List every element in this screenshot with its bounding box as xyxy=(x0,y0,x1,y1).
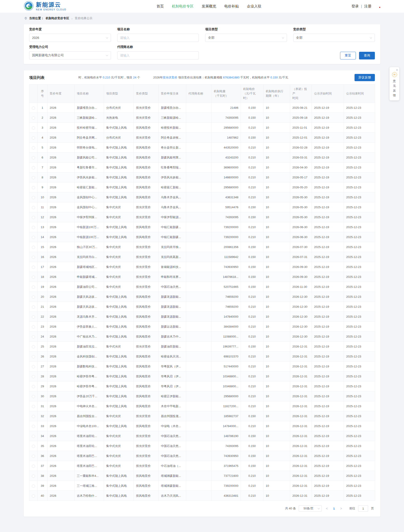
table-row[interactable]: 12026新疆维吾尔自...分布式光伏按光伏竞价新疆维吾尔自...214860.… xyxy=(29,103,375,113)
row-radio[interactable] xyxy=(32,196,35,199)
table-row[interactable]: 92026哈密嘉汇新能...集中式陆上风电按风电竞价哈密嘉汇新能...29568… xyxy=(29,182,375,192)
agent-name-input[interactable] xyxy=(117,51,199,59)
row-radio[interactable] xyxy=(32,395,35,398)
row-radio[interactable] xyxy=(32,176,35,179)
row-radio[interactable] xyxy=(32,146,35,149)
row-radio[interactable] xyxy=(32,335,35,339)
prev-page-button[interactable]: < xyxy=(325,507,329,510)
table-row[interactable]: 362026塔里木油田巴...集中式光伏按光伏竞价中国石油天然...743930… xyxy=(29,451,375,461)
project-name-input[interactable] xyxy=(117,34,199,42)
table-row[interactable]: 62026新疆风能公司...集中式陆上风电按风电竞价新疆风能有限...43243… xyxy=(29,153,375,163)
table-row[interactable]: 52026恒联奇台煤电...集中式陆上风电按风电竞价奇台县恒众新...44352… xyxy=(29,143,375,153)
table-row[interactable]: 312026中电神火木垒...集中式陆上风电按风电竞价木垒中平电新...1182… xyxy=(29,401,375,411)
row-radio[interactable] xyxy=(32,116,35,120)
row-radio[interactable] xyxy=(32,435,35,438)
row-radio[interactable] xyxy=(32,405,35,408)
table-row[interactable]: 202026新疆天风达坂...集中式陆上风电按风电竞价新疆龙源新能...7465… xyxy=(29,292,375,302)
nav-item-enterprise-entry[interactable]: 企业入驻 xyxy=(247,4,261,9)
next-page-button[interactable]: > xyxy=(339,507,343,510)
row-radio[interactable] xyxy=(32,216,35,219)
table-row[interactable]: 232026伊吾县联泰人...集中式陆上风电按风电竞价新疆运达新能...3843… xyxy=(29,322,375,332)
row-radio[interactable] xyxy=(32,485,35,488)
bidding-type-select[interactable]: 全部 xyxy=(293,34,375,42)
announcement-link[interactable]: 0.210 xyxy=(103,76,110,79)
feedback-widget[interactable]: x ✉ 意见反馈 xyxy=(390,67,399,100)
table-row[interactable]: 182026申能新疆塔城...集中式光伏按光伏竞价申能和布克赛...148786… xyxy=(29,272,375,282)
row-radio[interactable] xyxy=(32,355,35,358)
table-row[interactable]: 222026龙源乌鲁木齐...集中式陆上风电按风电竞价新疆龙源新能...1478… xyxy=(29,312,375,322)
row-radio[interactable] xyxy=(32,425,35,428)
table-row[interactable]: 132026中核新源100万...集中式陆上风电按风电竞价中核汇能新疆...73… xyxy=(29,222,375,232)
table-row[interactable]: 162026克拉玛依市白...集中式光伏按光伏竞价克拉玛依高新...111589… xyxy=(29,252,375,262)
row-radio[interactable] xyxy=(32,455,35,458)
reset-button[interactable]: 重置 xyxy=(340,52,356,59)
table-row[interactable]: 292026哈密伊吾华粤...集中式陆上风电按风电竞价华粤风启（伊...1034… xyxy=(29,381,375,391)
table-row[interactable]: 42026阿合奇县并网...分布式光伏按光伏竞价阿合奇县农牧...1487862… xyxy=(29,133,375,143)
table-row[interactable]: 172026新疆塔城地区...集中式光伏按光伏竞价首储能源科技...743930… xyxy=(29,262,375,272)
table-row[interactable]: 32026投科哈密市烟...集中式陆上风电按风电竞价哈密投科新能...29568… xyxy=(29,123,375,133)
nav-item-home[interactable]: 首页 xyxy=(157,4,164,9)
table-row[interactable]: 82026伊吾风光多能...集中式陆上风电按风电竞价伊吾风光多能...14660… xyxy=(29,173,375,182)
row-radio[interactable] xyxy=(32,156,35,159)
announcement-link[interactable]: 24 xyxy=(133,76,136,79)
row-radio[interactable] xyxy=(32,236,35,239)
row-radio[interactable] xyxy=(32,226,35,229)
register-link[interactable]: 注册 xyxy=(364,4,372,9)
table-row[interactable]: 112026金风国创中心...集中式光伏按光伏竞价乌鲁木齐金风...595144… xyxy=(29,202,375,212)
table-row[interactable]: 102026金风国创中心...集中式陆上风电按风电竞价乌鲁木齐金风...4363… xyxy=(29,192,375,202)
goto-page-input[interactable] xyxy=(358,505,368,512)
row-radio[interactable] xyxy=(32,126,35,129)
table-row[interactable]: 392026三一塔城江格...集中式陆上风电按风电竞价塔城湘蒙新能...7392… xyxy=(29,481,375,491)
table-row[interactable]: 242026中广核吉木乃...集中式陆上风电按风电竞价新疆吉木乃中...1108… xyxy=(29,332,375,342)
nav-item-development-overview[interactable]: 发展概览 xyxy=(202,4,216,9)
row-radio[interactable] xyxy=(32,315,35,319)
nav-item-mechanism-price-zone[interactable]: 机制电价专区 xyxy=(172,4,194,9)
bidding-year-select[interactable]: 2026 xyxy=(29,34,111,42)
page-size-select[interactable]: 50条/页 xyxy=(299,505,322,512)
row-radio[interactable] xyxy=(32,286,35,289)
row-radio[interactable] xyxy=(32,305,35,309)
row-radio[interactable] xyxy=(32,186,35,189)
table-row[interactable]: 72026粤新吐鲁番市...集中式陆上风电按风电竞价吐鲁番粤阳瑞...36960… xyxy=(29,163,375,173)
table-row[interactable]: 332026中绿电木垒100...集中式陆上风电按风电竞价中绿电（木垒...14… xyxy=(29,421,375,431)
table-row[interactable]: 402026吉木乃恰勒什...集中式陆上风电按风电竞价吉木乃天润风...4363… xyxy=(29,491,375,501)
row-radio[interactable] xyxy=(32,256,35,259)
announcement-link[interactable]: 6763841680 xyxy=(223,76,239,79)
row-radio[interactable] xyxy=(32,474,35,478)
row-radio[interactable] xyxy=(32,295,35,299)
row-radio[interactable] xyxy=(32,445,35,448)
table-row[interactable]: 282026哈密伊吾华粤...集中式陆上风电按风电竞价华粤风启（伊...1034… xyxy=(29,372,375,381)
table-row[interactable]: 262026金风科技国创...集中式陆上风电按风电竞价哈密金风天润...6981… xyxy=(29,352,375,362)
table-row[interactable]: 252026新疆油田克拉...集中式光伏按光伏竞价新疆油田新能...196397… xyxy=(29,342,375,352)
announcement-link[interactable]: 按光伏竞价 xyxy=(163,76,177,79)
row-radio[interactable] xyxy=(32,107,35,110)
table-row[interactable]: 122026中煤伊犁州煤...集中式光伏按光伏竞价中煤伊犁能源...743930… xyxy=(29,212,375,222)
project-type-select[interactable]: 全部 xyxy=(205,34,287,42)
table-row[interactable]: 152026独山子区30万...集中式光伏按光伏竞价克拉玛依市独...20086… xyxy=(29,242,375,252)
power-company-select[interactable]: 国网新疆电力有限公司 xyxy=(29,51,111,59)
table-row[interactable]: 302026伊吾县20万千...集中式陆上风电按风电竞价哈密正伊新能...295… xyxy=(29,391,375,401)
table-row[interactable]: 372026塔里木油田巴...集中式光伏按光伏竞价中石油塔油（...371965… xyxy=(29,461,375,471)
table-row[interactable]: 142026中核新源100万...集中式陆上风电按风电竞价中核汇能新疆...73… xyxy=(29,232,375,242)
row-radio[interactable] xyxy=(32,325,35,328)
nav-item-price-subsidy[interactable]: 电价补贴 xyxy=(224,4,239,9)
table-row[interactable]: 382026三一重能和丰4...集中式陆上风电按风电竞价塔城湘疆新能...737… xyxy=(29,471,375,481)
table-row[interactable]: 22026三峡新能源哈...光热发电按光伏竞价三峡新能源哈...74393095… xyxy=(29,113,375,123)
row-radio[interactable] xyxy=(32,246,35,249)
table-row[interactable]: 192026新疆油田公司...集中式光伏按光伏竞价中国石油天然...520751… xyxy=(29,282,375,292)
table-row[interactable]: 342026塔里木油田轮...集中式光伏按光伏竞价中国石油天然...148786… xyxy=(29,431,375,441)
row-radio[interactable] xyxy=(32,206,35,209)
close-icon[interactable]: x xyxy=(396,68,398,72)
current-page-button[interactable]: 1 xyxy=(332,507,336,510)
table-row[interactable]: 352026塔里木油田轮...集中式光伏按光伏竞价中国石油天然...743930… xyxy=(29,441,375,451)
row-radio[interactable] xyxy=(32,365,35,368)
row-radio[interactable] xyxy=(32,276,35,279)
objection-feedback-button[interactable]: 异议反馈 xyxy=(354,74,375,81)
row-radio[interactable] xyxy=(32,345,35,348)
breadcrumb-section[interactable]: 机制电价竞价专区 xyxy=(46,16,69,20)
announcement-link[interactable]: 0.150 xyxy=(271,76,278,79)
row-radio[interactable] xyxy=(32,266,35,269)
logo[interactable]: 新能源云 NEW ENERGY CLOUD xyxy=(24,1,66,12)
row-radio[interactable] xyxy=(32,494,35,498)
row-radio[interactable] xyxy=(32,136,35,140)
